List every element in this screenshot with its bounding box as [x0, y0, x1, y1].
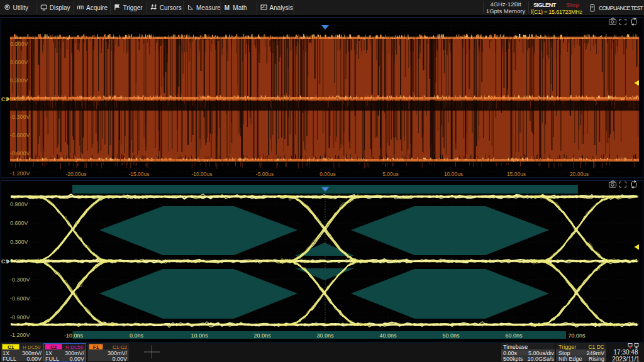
svg-text:Measure: Measure — [196, 4, 221, 11]
svg-text:20.0ns: 20.0ns — [253, 332, 271, 339]
svg-text:0.600V: 0.600V — [10, 220, 28, 226]
svg-text:H: H — [65, 344, 69, 350]
svg-text:C2: C2 — [50, 344, 57, 350]
svg-text:50.0ns: 50.0ns — [442, 332, 460, 339]
svg-text:-0.900V: -0.900V — [10, 314, 30, 321]
svg-text:Display: Display — [50, 4, 70, 11]
svg-text:Stop: Stop — [566, 1, 579, 8]
svg-text:4GHz·12Bit: 4GHz·12Bit — [490, 1, 521, 8]
svg-text:M: M — [225, 4, 230, 11]
svg-text:SIGLENT: SIGLENT — [533, 1, 557, 8]
svg-text:Trigger: Trigger — [558, 344, 576, 350]
svg-text:60.0ns: 60.0ns — [505, 332, 523, 339]
svg-text:70.0ns: 70.0ns — [568, 332, 586, 339]
svg-text:Math: Math — [233, 4, 247, 11]
svg-text:0.300V: 0.300V — [10, 77, 28, 84]
svg-text:-15.00us: -15.00us — [128, 171, 149, 177]
svg-text:0.900V: 0.900V — [10, 41, 28, 47]
svg-text:0.600V: 0.600V — [10, 59, 28, 65]
svg-text:FULL: FULL — [3, 356, 16, 362]
svg-text:0.00us: 0.00us — [319, 171, 336, 177]
svg-text:0.000V: 0.000V — [10, 96, 28, 102]
svg-text:Rising: Rising — [589, 356, 604, 362]
svg-text:-0.300V: -0.300V — [10, 114, 30, 120]
svg-text:COMPLIANCE TEST: COMPLIANCE TEST — [599, 5, 644, 11]
svg-text:C1: C1 — [1, 96, 8, 102]
svg-text:10.0ns: 10.0ns — [191, 332, 208, 339]
svg-text:-0.600V: -0.600V — [10, 295, 30, 302]
svg-text:500kpts: 500kpts — [503, 356, 523, 362]
svg-text:Acquire: Acquire — [86, 4, 108, 11]
svg-text:10.00us: 10.00us — [444, 171, 463, 177]
svg-text:10.0GSa/s: 10.0GSa/s — [527, 356, 554, 362]
svg-text:-10.00us: -10.00us — [191, 171, 212, 177]
svg-text:C1: C1 — [1, 258, 8, 265]
svg-text:FULL: FULL — [45, 356, 59, 362]
svg-text:0.00V: 0.00V — [69, 356, 84, 362]
svg-text:H: H — [23, 344, 26, 350]
svg-text:15.00us: 15.00us — [507, 171, 526, 177]
svg-text:-1.200V: -1.200V — [10, 332, 30, 338]
svg-text:C1-C2: C1-C2 — [113, 344, 128, 350]
svg-text:-5.00us: -5.00us — [256, 171, 274, 177]
svg-text:0.00V: 0.00V — [112, 356, 127, 362]
svg-text:Analysis: Analysis — [270, 4, 293, 11]
svg-text:-1.200V: -1.200V — [10, 170, 30, 177]
svg-text:C1: C1 — [8, 344, 14, 350]
svg-text:17:30:48: 17:30:48 — [614, 349, 638, 356]
svg-text:-0.600V: -0.600V — [10, 132, 30, 138]
svg-text:DC50: DC50 — [70, 344, 84, 350]
svg-text:5.00us: 5.00us — [382, 171, 399, 177]
svg-text:-20.00us: -20.00us — [65, 171, 86, 177]
svg-text:40.0ns: 40.0ns — [379, 332, 397, 339]
svg-text:Cursors: Cursors — [160, 4, 182, 11]
svg-text:f(C1) = 15.61723MHz: f(C1) = 15.61723MHz — [531, 9, 583, 15]
svg-text:Trigger: Trigger — [123, 4, 143, 11]
svg-text:DC50: DC50 — [28, 344, 41, 350]
svg-text:Nth Edge: Nth Edge — [558, 356, 582, 362]
svg-text:Timebase: Timebase — [503, 344, 528, 350]
svg-text:2023/11/1: 2023/11/1 — [612, 356, 640, 362]
svg-text:0.0ns: 0.0ns — [130, 332, 144, 339]
svg-text:F1: F1 — [93, 344, 99, 350]
svg-text:0.900V: 0.900V — [10, 201, 28, 207]
svg-text:30.0ns: 30.0ns — [316, 332, 334, 339]
svg-text:Utility: Utility — [13, 4, 28, 11]
svg-text:-10.0ns: -10.0ns — [64, 332, 84, 339]
svg-text:-0.300V: -0.300V — [10, 277, 30, 283]
svg-text:0.00V: 0.00V — [26, 356, 42, 362]
svg-text:0.300V: 0.300V — [10, 239, 28, 245]
svg-text:-0.900V: -0.900V — [10, 150, 30, 156]
svg-text:1Gpts Memory: 1Gpts Memory — [486, 8, 526, 14]
svg-text:20.00us: 20.00us — [570, 171, 589, 177]
svg-text:C1 DC: C1 DC — [588, 344, 604, 350]
